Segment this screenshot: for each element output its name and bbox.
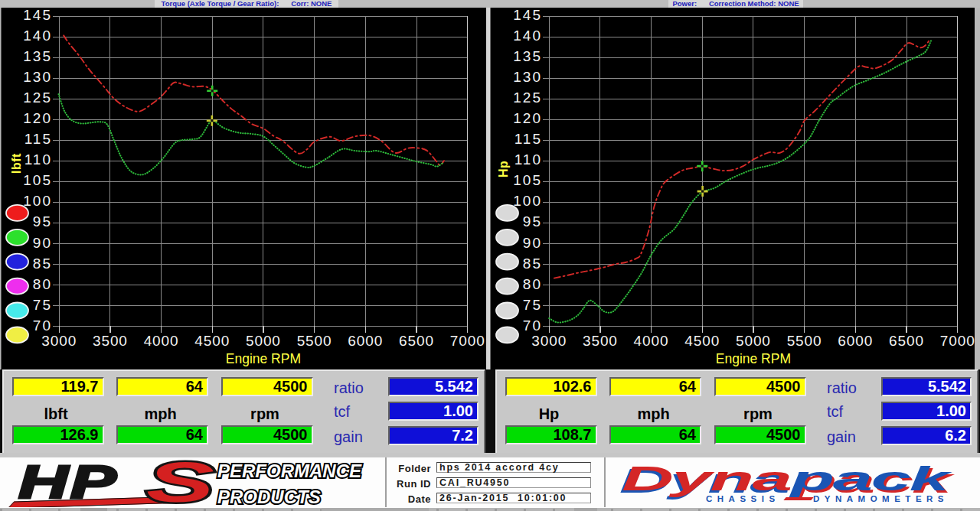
svg-text:4500: 4500 — [684, 333, 720, 349]
svg-text:3500: 3500 — [93, 333, 128, 349]
svg-text:80: 80 — [33, 276, 52, 292]
svg-text:5000: 5000 — [736, 333, 771, 349]
svg-text:lbft: lbft — [10, 153, 23, 174]
svg-text:140: 140 — [513, 28, 542, 44]
svg-text:70: 70 — [33, 317, 52, 334]
svg-text:140: 140 — [23, 28, 52, 44]
svg-text:4000: 4000 — [144, 333, 179, 349]
svg-text:3000: 3000 — [41, 333, 77, 349]
svg-text:80: 80 — [523, 276, 542, 292]
svg-text:130: 130 — [513, 69, 542, 85]
svg-text:115: 115 — [24, 131, 52, 147]
svg-text:5000: 5000 — [246, 333, 281, 349]
svg-text:7000: 7000 — [940, 333, 975, 349]
svg-text:120: 120 — [513, 110, 542, 126]
svg-text:3500: 3500 — [583, 333, 618, 349]
svg-text:90: 90 — [33, 235, 52, 251]
svg-text:90: 90 — [523, 235, 542, 251]
svg-text:105: 105 — [513, 172, 542, 188]
svg-text:100: 100 — [23, 193, 52, 209]
svg-text:135: 135 — [513, 48, 542, 64]
svg-text:130: 130 — [23, 69, 52, 85]
svg-text:6000: 6000 — [838, 333, 873, 349]
svg-text:135: 135 — [23, 48, 52, 64]
svg-text:85: 85 — [33, 255, 52, 272]
svg-text:Hp: Hp — [497, 161, 510, 177]
svg-text:120: 120 — [23, 110, 52, 126]
svg-text:70: 70 — [523, 317, 542, 334]
svg-text:85: 85 — [523, 255, 542, 272]
svg-text:145: 145 — [23, 7, 52, 23]
svg-text:7000: 7000 — [450, 333, 485, 349]
svg-text:6000: 6000 — [348, 333, 383, 349]
svg-text:Engine RPM: Engine RPM — [226, 351, 301, 366]
svg-text:145: 145 — [513, 7, 542, 23]
svg-text:110: 110 — [24, 151, 52, 168]
svg-text:Engine RPM: Engine RPM — [716, 351, 791, 366]
svg-text:110: 110 — [514, 151, 542, 168]
svg-text:100: 100 — [513, 193, 542, 209]
svg-text:75: 75 — [523, 297, 542, 313]
svg-text:6500: 6500 — [889, 333, 924, 349]
svg-text:115: 115 — [514, 131, 542, 147]
svg-text:5500: 5500 — [297, 333, 332, 349]
svg-text:95: 95 — [523, 213, 542, 229]
svg-text:4500: 4500 — [194, 333, 230, 349]
svg-text:5500: 5500 — [787, 333, 822, 349]
svg-text:95: 95 — [33, 213, 52, 229]
svg-text:105: 105 — [23, 172, 52, 188]
svg-text:125: 125 — [513, 90, 542, 106]
svg-text:4000: 4000 — [634, 333, 669, 349]
svg-text:75: 75 — [33, 297, 52, 313]
svg-text:3000: 3000 — [531, 333, 567, 349]
svg-text:125: 125 — [23, 90, 52, 106]
svg-text:6500: 6500 — [399, 333, 434, 349]
